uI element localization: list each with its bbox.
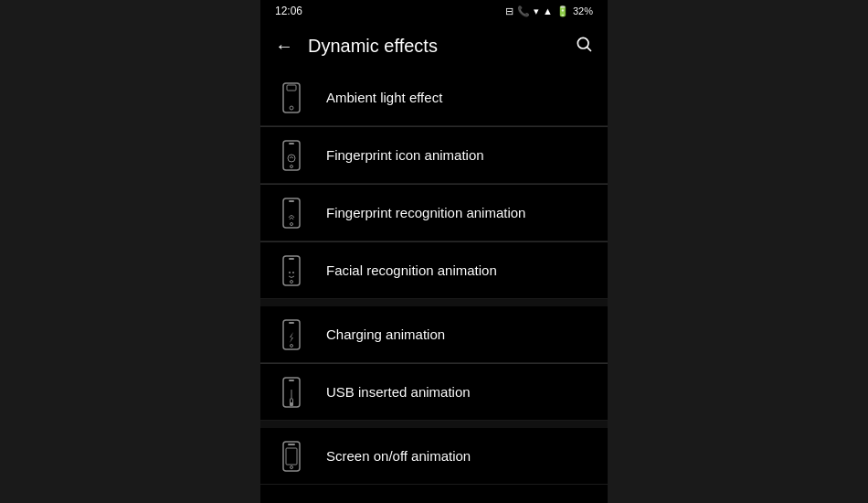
signal-icon: ▲ [543,5,553,16]
status-icons: ⊟ 📞 ▾ ▲ 🔋 32% [505,5,593,17]
svg-rect-26 [288,444,295,445]
fingerprint-icon-label: Fingerprint icon animation [326,147,484,163]
svg-rect-27 [286,448,297,465]
sim-icon: ⊟ [505,5,513,17]
svg-rect-9 [283,198,300,228]
facial-recognition-label: Facial recognition animation [326,262,497,278]
page-title: Dynamic effects [308,36,438,57]
list-item[interactable]: Ambient light effect [260,70,608,126]
svg-line-1 [587,47,591,50]
svg-rect-13 [289,258,294,260]
list-item[interactable]: Fingerprint icon animation [260,127,608,184]
svg-point-0 [577,37,588,48]
back-button[interactable]: ← [275,37,293,55]
svg-rect-18 [289,322,294,324]
charging-label: Charging animation [326,326,445,342]
search-button[interactable] [575,35,593,58]
svg-rect-10 [289,200,294,202]
header: ← Dynamic effects [260,22,608,70]
svg-rect-2 [283,83,300,112]
wifi-icon: ▾ [534,5,539,17]
svg-point-7 [288,155,295,162]
svg-rect-6 [289,143,294,144]
facial-recognition-icon [275,254,308,287]
ambient-light-label: Ambient light effect [326,90,442,105]
svg-point-14 [289,272,291,273]
fingerprint-icon-icon [275,139,308,172]
svg-point-28 [291,466,293,468]
svg-point-15 [292,272,294,273]
svg-point-11 [291,222,293,225]
svg-rect-21 [289,380,294,381]
group-divider [260,421,608,428]
header-left: ← Dynamic effects [275,36,438,57]
call-icon: 📞 [517,5,530,17]
status-time: 12:06 [275,5,302,17]
group-divider [260,299,608,306]
svg-point-8 [291,165,293,167]
ambient-light-icon [275,81,308,114]
screen-onoff-label: Screen on/off animation [326,448,471,464]
charging-icon [275,318,308,351]
svg-rect-5 [283,141,300,170]
phone-container: 12:06 ⊟ 📞 ▾ ▲ 🔋 32% ← Dynamic effects [260,0,608,503]
list-item[interactable]: Facial recognition animation [260,242,608,299]
list-item[interactable]: Charging animation [260,306,608,363]
svg-point-16 [291,280,293,283]
battery-percent: 32% [573,5,593,16]
list-item[interactable]: USB inserted animation [260,364,608,421]
status-bar: 12:06 ⊟ 📞 ▾ ▲ 🔋 32% [260,0,608,22]
usb-inserted-icon [275,376,308,409]
screen-onoff-icon [275,440,308,473]
svg-rect-12 [283,256,300,285]
battery-icon: 🔋 [556,5,569,17]
usb-inserted-label: USB inserted animation [326,384,471,400]
svg-rect-3 [287,85,296,91]
list-item[interactable]: Screen on/off animation [260,428,608,485]
settings-list: Ambient light effect Fingerprint icon an… [260,70,608,485]
svg-point-19 [291,344,293,347]
svg-point-4 [290,106,293,110]
list-item[interactable]: Fingerprint recognition animation [260,185,608,241]
fingerprint-recognition-label: Fingerprint recognition animation [326,205,525,220]
fingerprint-recognition-icon [275,197,308,230]
